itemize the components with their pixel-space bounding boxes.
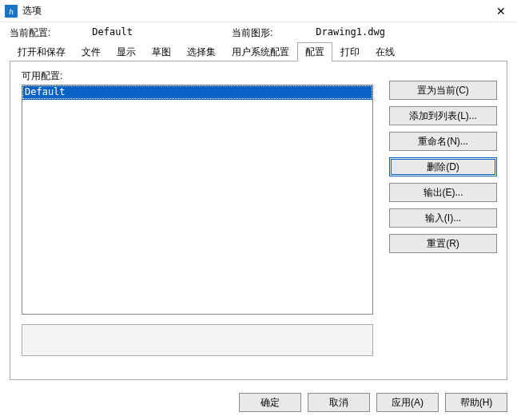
current-profile-label: 当前配置: bbox=[10, 26, 50, 40]
tab-online[interactable]: 在线 bbox=[368, 42, 403, 61]
current-profile-value: Default bbox=[92, 26, 133, 40]
titlebar: h 选项 ✕ bbox=[0, 0, 517, 22]
tab-profiles[interactable]: 配置 bbox=[297, 42, 332, 61]
info-row: 当前配置: Default 当前图形: Drawing1.dwg bbox=[0, 22, 517, 43]
close-icon[interactable]: ✕ bbox=[485, 0, 517, 22]
available-profiles-label: 可用配置: bbox=[22, 69, 373, 83]
tab-panel: 可用配置: Default 置为当前(C) 添加到列表(L)... 重命名(N)… bbox=[10, 61, 507, 380]
ok-button[interactable]: 确定 bbox=[239, 393, 301, 412]
tab-user-prefs[interactable]: 用户系统配置 bbox=[224, 42, 297, 61]
tab-strip: 打开和保存 文件 显示 草图 选择集 用户系统配置 配置 打印 在线 bbox=[0, 43, 517, 61]
window-title: 选项 bbox=[22, 4, 485, 18]
tab-plot[interactable]: 打印 bbox=[332, 42, 368, 61]
apply-button[interactable]: 应用(A) bbox=[376, 393, 439, 412]
reset-button[interactable]: 重置(R) bbox=[389, 234, 497, 253]
tab-files[interactable]: 文件 bbox=[74, 42, 109, 61]
export-button[interactable]: 输出(E)... bbox=[389, 183, 497, 202]
current-drawing-label: 当前图形: bbox=[232, 26, 272, 40]
cancel-button[interactable]: 取消 bbox=[308, 393, 370, 412]
description-box bbox=[22, 324, 373, 356]
app-icon: h bbox=[5, 5, 18, 18]
import-button[interactable]: 输入(I)... bbox=[389, 208, 497, 228]
tab-drafting[interactable]: 草图 bbox=[144, 42, 179, 61]
help-button[interactable]: 帮助(H) bbox=[445, 393, 507, 412]
delete-button[interactable]: 删除(D) bbox=[389, 157, 497, 176]
tab-display[interactable]: 显示 bbox=[109, 42, 144, 61]
current-drawing-value: Drawing1.dwg bbox=[316, 26, 385, 40]
add-to-list-button[interactable]: 添加到列表(L)... bbox=[389, 106, 497, 125]
tab-open-save[interactable]: 打开和保存 bbox=[10, 42, 74, 61]
tab-selection[interactable]: 选择集 bbox=[179, 42, 224, 61]
set-current-button[interactable]: 置为当前(C) bbox=[389, 81, 497, 100]
list-item[interactable]: Default bbox=[22, 85, 372, 99]
rename-button[interactable]: 重命名(N)... bbox=[389, 132, 497, 151]
dialog-buttons: 确定 取消 应用(A) 帮助(H) bbox=[239, 393, 507, 412]
profiles-listbox[interactable]: Default bbox=[22, 85, 373, 315]
